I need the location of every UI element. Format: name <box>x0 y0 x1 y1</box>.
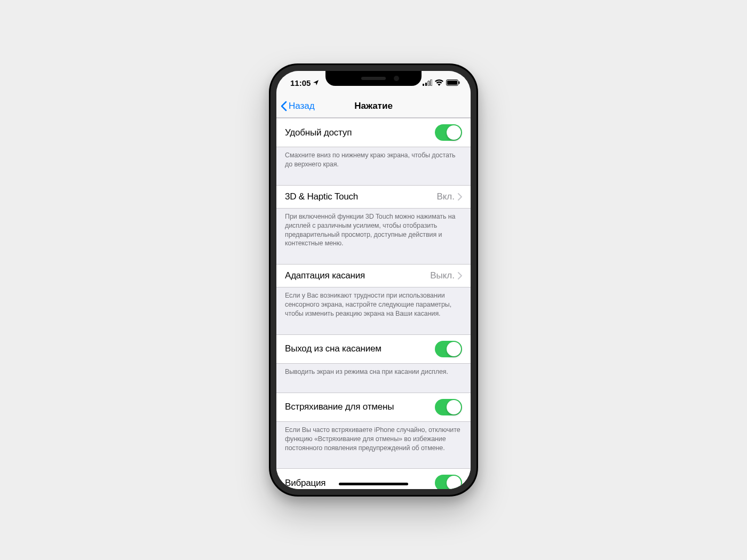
footer-reachability: Смахните вниз по нижнему краю экрана, чт… <box>276 147 471 174</box>
battery-icon <box>446 79 460 86</box>
svg-rect-5 <box>447 81 457 85</box>
row-touch-accommodation-label: Адаптация касания <box>285 270 430 281</box>
location-arrow-icon <box>313 79 319 86</box>
row-reachability-label: Удобный доступ <box>285 127 435 138</box>
footer-shake-to-undo: Если Вы часто встряхиваете iPhone случай… <box>276 422 471 458</box>
switch-reachability[interactable] <box>435 124 462 141</box>
svg-rect-1 <box>425 83 427 86</box>
phone-notch <box>325 71 422 86</box>
svg-rect-0 <box>423 84 424 86</box>
footer-touch-accommodation: Если у Вас возникают трудности при испол… <box>276 287 471 324</box>
row-shake-to-undo-label: Встряхивание для отмены <box>285 402 435 412</box>
cell-signal-icon <box>423 79 432 86</box>
svg-rect-6 <box>459 82 460 84</box>
back-button[interactable]: Назад <box>281 101 315 111</box>
row-tap-to-wake-label: Выход из сна касанием <box>285 343 435 354</box>
row-touch-accommodation[interactable]: Адаптация касания Выкл. <box>276 264 471 287</box>
chevron-right-icon <box>458 272 462 279</box>
row-vibration[interactable]: Вибрация <box>276 468 471 489</box>
home-indicator[interactable] <box>339 483 408 485</box>
switch-shake-to-undo[interactable] <box>435 399 462 415</box>
nav-header: Назад Нажатие <box>276 94 471 118</box>
svg-rect-3 <box>431 79 432 86</box>
settings-content[interactable]: Удобный доступ Смахните вниз по нижнему … <box>276 118 471 489</box>
row-touch-accommodation-value: Выкл. <box>430 270 455 281</box>
phone-frame: 11:05 <box>269 63 478 497</box>
row-shake-to-undo[interactable]: Встряхивание для отмены <box>276 393 471 422</box>
switch-tap-to-wake[interactable] <box>435 341 462 357</box>
svg-rect-2 <box>428 81 430 86</box>
footer-tap-to-wake: Выводить экран из режима сна при касании… <box>276 364 471 382</box>
row-reachability[interactable]: Удобный доступ <box>276 118 471 147</box>
row-haptic-value: Вкл. <box>436 191 455 202</box>
row-haptic-label: 3D & Haptic Touch <box>285 191 436 202</box>
phone-screen: 11:05 <box>276 71 471 489</box>
row-tap-to-wake[interactable]: Выход из сна касанием <box>276 334 471 364</box>
status-time: 11:05 <box>290 78 311 87</box>
row-haptic-touch[interactable]: 3D & Haptic Touch Вкл. <box>276 185 471 209</box>
chevron-right-icon <box>458 193 462 201</box>
switch-vibration[interactable] <box>435 475 462 489</box>
back-label: Назад <box>289 101 315 111</box>
wifi-icon <box>435 79 443 86</box>
footer-haptic: При включенной функции 3D Touch можно на… <box>276 209 471 254</box>
chevron-left-icon <box>281 101 287 111</box>
